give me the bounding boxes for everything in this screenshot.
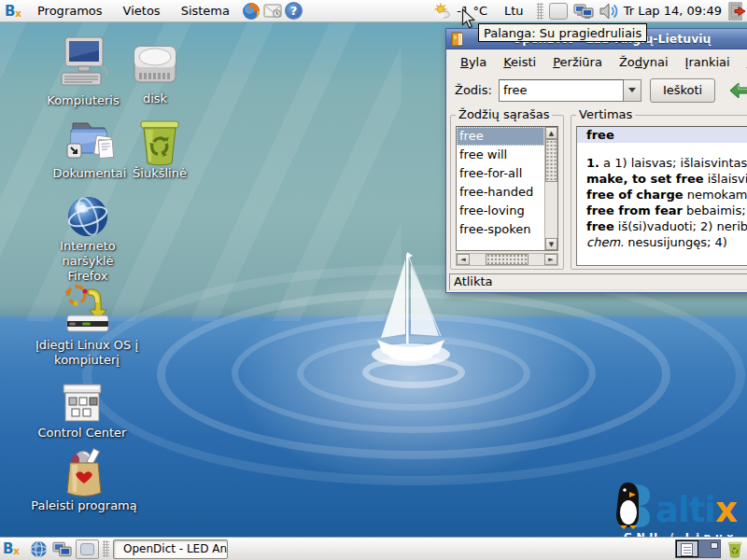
- menu-item-zodynai[interactable]: Žodynai: [611, 55, 677, 69]
- window-statusbar: Atlikta: [446, 272, 747, 292]
- menu-vietos[interactable]: Vietos: [113, 0, 171, 22]
- task-button-opendict[interactable]: OpenDict - LED Anglų-...: [113, 539, 228, 559]
- tasklist-drag-handle[interactable]: [103, 540, 109, 557]
- documents-folder-icon: [62, 118, 118, 166]
- desktop-icon-paleisti-programa[interactable]: Paleisti programą: [29, 448, 139, 513]
- horizontal-scrollbar[interactable]: ◄ ►: [456, 253, 558, 266]
- opendict-window: OpenDict - LED Anglų-Lietuvių BylaKeisti…: [445, 28, 747, 293]
- workspace-switcher: [675, 539, 721, 558]
- network-monitor-icon[interactable]: [573, 3, 594, 20]
- menu-item-byla[interactable]: Byla: [452, 55, 495, 69]
- scrollbar-track[interactable]: [545, 182, 557, 238]
- menu-item-keisti[interactable]: Keisti: [495, 55, 544, 69]
- mail-icon: [263, 4, 282, 19]
- display-settings-launcher[interactable]: [52, 539, 72, 559]
- clock-applet[interactable]: Tr Lap 14, 09:49: [624, 4, 722, 18]
- combo-dropdown-button[interactable]: [624, 79, 641, 102]
- workspace-2[interactable]: [698, 540, 720, 557]
- desktop-icon-disk[interactable]: disk: [118, 39, 192, 106]
- menu-item-perziura[interactable]: Peržiūra: [544, 55, 611, 69]
- top-panel: Bx Programos Vietos Sistema ?: [0, 0, 747, 22]
- desktop-icon-label: Įdiegti Linux OS į: [35, 338, 138, 353]
- baltix-taskbar-icon[interactable]: Bx: [3, 540, 25, 557]
- search-button[interactable]: Ieškoti: [650, 78, 715, 103]
- desktop-icon-idiegti-linux[interactable]: Įdiegti Linux OS į kompiuterį: [32, 284, 142, 368]
- desktop-icon-label: Control Center: [38, 426, 127, 441]
- scrollbar-thumb[interactable]: [545, 139, 557, 182]
- weather-icon[interactable]: [433, 3, 451, 20]
- help-icon: ?: [285, 2, 303, 20]
- word-list-item[interactable]: free: [457, 127, 544, 146]
- trash-icon: [726, 540, 743, 558]
- computer-icon: [54, 35, 112, 93]
- chevron-down-icon: [628, 88, 636, 92]
- trash-applet[interactable]: [725, 539, 744, 559]
- desktop-icon-control-center[interactable]: Control Center: [30, 383, 134, 441]
- menu-sistema[interactable]: Sistema: [171, 0, 240, 22]
- translation-line: 1. a 1) laisvas; išlaisvintas; t: [586, 155, 747, 171]
- scroll-right-button[interactable]: ►: [544, 254, 557, 265]
- word-label: Žodis:: [455, 83, 492, 97]
- search-toolbar: Žodis: Ieškoti: [446, 75, 747, 105]
- word-list-item[interactable]: free will: [457, 146, 544, 164]
- headword: free: [577, 127, 747, 143]
- wordlist-frame: Žodžių sąrašas freefree willfree-for-all…: [450, 115, 564, 270]
- workspace-1-active[interactable]: [676, 540, 698, 557]
- install-os-icon: [60, 284, 114, 338]
- applet-drag-handle[interactable]: [537, 3, 543, 20]
- baltix-menu-icon[interactable]: Bx: [5, 3, 27, 20]
- back-arrow-icon[interactable]: [729, 82, 747, 99]
- desktop-icon-siuksline[interactable]: Šiukšlinė: [121, 116, 198, 181]
- run-application-icon: [61, 448, 107, 498]
- window-menubar: BylaKeistiPeržiūraŽodynaiĮrankiaiPag: [446, 49, 747, 75]
- search-input[interactable]: [499, 79, 624, 102]
- scrollbar-thumb[interactable]: [486, 254, 529, 265]
- help-launcher[interactable]: ?: [284, 1, 303, 21]
- desktop-icon-kompiuteris[interactable]: Kompiuteris: [40, 35, 126, 108]
- desktop-icon-label: Šiukšlinė: [133, 166, 187, 181]
- translation-line: free iš(si)vaduoti; 2) neribo: [586, 218, 747, 234]
- workspace-window-thumb: [711, 542, 718, 549]
- task-button-label: OpenDict - LED Anglų-...: [123, 542, 228, 555]
- scroll-up-button[interactable]: ▲: [545, 127, 557, 139]
- translation-frame: Vertimas free 1. a 1) laisvas; išlaisvin…: [571, 115, 747, 270]
- web-launcher[interactable]: [29, 539, 49, 559]
- translation-line: make, to set free išlaisvin: [586, 171, 747, 187]
- trash-icon: [135, 116, 184, 166]
- menu-programos[interactable]: Programos: [27, 0, 113, 22]
- show-desktop-icon: [80, 543, 94, 555]
- show-desktop-button[interactable]: [76, 539, 99, 559]
- keyboard-layout-indicator[interactable]: Ltu: [502, 4, 526, 18]
- scrollbar-track[interactable]: [470, 254, 544, 265]
- scroll-down-button[interactable]: ▼: [545, 238, 557, 250]
- scroll-left-button[interactable]: ◄: [457, 254, 470, 265]
- window-content: Žodžių sąrašas freefree willfree-for-all…: [446, 105, 747, 273]
- globe-icon: [30, 540, 48, 558]
- baltix-penguin-icon: [607, 479, 655, 529]
- translation-lines: 1. a 1) laisvas; išlaisvintas; tmake, to…: [577, 143, 747, 250]
- firefox-icon: [242, 2, 261, 21]
- translation-line: free of charge nemokama: [586, 187, 747, 203]
- translation-frame-label: Vertimas: [576, 107, 635, 121]
- desktop-icon-label: Interneto naršyklė: [33, 239, 143, 269]
- panel-right-area: -1 °C Ltu Tr Lap 14, 09:49: [433, 2, 747, 21]
- word-list-item[interactable]: free-handed: [457, 183, 544, 202]
- desktop-icon-label: Paleisti programą: [31, 498, 137, 513]
- menu-item-pagalba[interactable]: Pag: [739, 55, 747, 69]
- translation-view: free 1. a 1) laisvas; išlaisvintas; tmak…: [576, 126, 747, 266]
- logout-icon[interactable]: [727, 2, 746, 21]
- firefox-launcher[interactable]: [241, 1, 261, 21]
- desktop-icon-label: Kompiuteris: [47, 93, 119, 108]
- menu-item-irankiai[interactable]: Įrankiai: [677, 55, 739, 69]
- notification-area[interactable]: [549, 3, 568, 20]
- word-list: freefree willfree-for-allfree-handedfree…: [457, 127, 544, 250]
- vertical-scrollbar[interactable]: ▲ ▼: [544, 127, 557, 250]
- word-list-item[interactable]: free-for-all: [457, 164, 544, 183]
- word-list-item[interactable]: free-spoken: [457, 220, 544, 239]
- baltix-watermark: altix GNU / Linux: [607, 479, 738, 543]
- volume-icon[interactable]: [599, 3, 618, 20]
- translation-line: free from fear bebaimis; t: [586, 203, 747, 218]
- mail-launcher[interactable]: [262, 1, 282, 21]
- desktop-icon-firefox[interactable]: Interneto naršyklė Firefox: [33, 194, 143, 284]
- word-list-item[interactable]: free-loving: [457, 202, 544, 220]
